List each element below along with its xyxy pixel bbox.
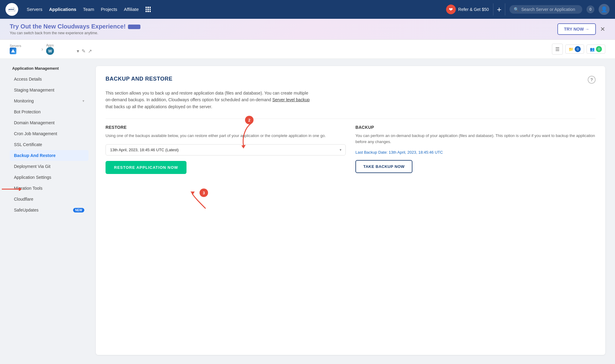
beta-banner-actions: TRY NOW → ✕ bbox=[557, 23, 605, 35]
sidebar-item-ssl[interactable]: SSL Certificate bbox=[10, 139, 89, 150]
sidebar-item-cron[interactable]: Cron Job Management bbox=[10, 128, 89, 139]
sidebar-item-monitoring[interactable]: Monitoring ▾ bbox=[10, 95, 89, 106]
files-count: 0 bbox=[575, 46, 581, 52]
restore-section: RESTORE Using one of the backups availab… bbox=[106, 125, 346, 174]
nav-team[interactable]: Team bbox=[83, 7, 94, 12]
logo-icon bbox=[5, 3, 18, 16]
sidebar-section-title: Application Management bbox=[10, 66, 89, 71]
app-edit-button[interactable]: ✎ bbox=[82, 48, 86, 54]
topnav-right: ❤ Refer & Get $50 + 🔍 Search Server or A… bbox=[446, 3, 610, 15]
users-count: 0 bbox=[596, 46, 602, 52]
sidebar-item-deployment[interactable]: Deployment Via Git bbox=[10, 161, 89, 172]
last-backup-date: Last Backup Date: 13th April, 2023, 18:4… bbox=[355, 150, 596, 155]
refer-button[interactable]: ❤ Refer & Get $50 bbox=[446, 5, 489, 14]
nav-servers[interactable]: Servers bbox=[27, 7, 42, 12]
server-name: servernam bbox=[18, 48, 38, 53]
sidebar-item-access-details[interactable]: Access Details bbox=[10, 74, 89, 85]
nav-grid[interactable] bbox=[146, 7, 151, 12]
restore-title: RESTORE bbox=[106, 125, 346, 130]
breadcrumb-right: ☰ 📁 0 👥 0 bbox=[552, 44, 605, 55]
breadcrumb-apps: Apps W appname ▾ ✎ ↗ bbox=[46, 43, 92, 55]
content-area: BACKUP AND RESTORE ? This section allows… bbox=[96, 66, 605, 355]
notification-badge[interactable]: 0 bbox=[586, 5, 594, 13]
top-navigation: Servers Applications Team Projects Affil… bbox=[0, 0, 615, 19]
sections-grid: RESTORE Using one of the backups availab… bbox=[106, 125, 596, 174]
sidebar-item-bot-protection[interactable]: Bot Protection bbox=[10, 106, 89, 117]
annotation-number-3: 3 bbox=[200, 189, 208, 197]
avatar-icon: 👤 bbox=[601, 6, 607, 13]
refer-label: Refer & Get $50 bbox=[458, 7, 489, 12]
app-name: appname bbox=[56, 48, 73, 53]
users-count-badge[interactable]: 👥 0 bbox=[586, 45, 605, 54]
page-title: BACKUP AND RESTORE bbox=[106, 76, 173, 82]
app-actions: ▾ ✎ ↗ bbox=[77, 48, 92, 54]
backup-select[interactable]: 13th April, 2023, 18:45:46 UTC (Latest) bbox=[106, 144, 346, 155]
banner-close-button[interactable]: ✕ bbox=[600, 25, 605, 33]
wordpress-icon: W bbox=[46, 47, 54, 55]
nav-affiliate[interactable]: Affiliate bbox=[124, 7, 139, 12]
add-button[interactable]: + bbox=[493, 3, 505, 15]
folder-icon: 📁 bbox=[569, 47, 573, 52]
beta-badge: BETA bbox=[128, 25, 140, 29]
annotation-3: 3 bbox=[200, 189, 208, 197]
sidebar-menu: Access Details Staging Management Monito… bbox=[10, 74, 89, 215]
svg-marker-7 bbox=[190, 192, 195, 195]
server-icon bbox=[10, 48, 16, 54]
backup-select-wrapper: 13th April, 2023, 18:45:46 UTC (Latest) bbox=[106, 144, 346, 155]
sidebar-item-cloudflare[interactable]: Cloudflare bbox=[10, 194, 89, 205]
breadcrumb-area: Servers servernam › Apps W appname ▾ ✎ ↗ bbox=[0, 40, 615, 59]
help-icon-button[interactable]: ? bbox=[588, 76, 596, 84]
sidebar-item-domain[interactable]: Domain Management bbox=[10, 117, 89, 128]
user-avatar-button[interactable]: 👤 bbox=[599, 4, 610, 15]
beta-banner-text: Try Out the New Cloudways Experience!BET… bbox=[10, 23, 140, 35]
new-badge: NEW bbox=[73, 208, 84, 212]
sidebar-item-migration[interactable]: Migration Tools bbox=[10, 183, 89, 194]
sidebar: Application Management Access Details St… bbox=[10, 66, 89, 355]
divider bbox=[106, 119, 596, 119]
logo[interactable] bbox=[5, 3, 18, 16]
backup-description: You can perform an on-demand backup of y… bbox=[355, 133, 596, 145]
app-external-link-button[interactable]: ↗ bbox=[88, 48, 92, 54]
server-level-backup-link[interactable]: Server level backup bbox=[272, 97, 310, 102]
sidebar-item-app-settings[interactable]: Application Settings bbox=[10, 172, 89, 183]
try-now-button[interactable]: TRY NOW → bbox=[557, 23, 596, 35]
sidebar-item-safeupdates[interactable]: SafeUpdates NEW bbox=[10, 205, 89, 215]
sidebar-item-backup[interactable]: Backup And Restore bbox=[10, 150, 89, 161]
svg-marker-4 bbox=[11, 49, 15, 52]
beta-banner-title: Try Out the New Cloudways Experience!BET… bbox=[10, 23, 140, 30]
monitor-button[interactable]: ☰ bbox=[552, 44, 563, 55]
app-item[interactable]: W appname ▾ ✎ ↗ bbox=[46, 47, 92, 55]
nav-links: Servers Applications Team Projects Affil… bbox=[27, 7, 151, 12]
nav-projects[interactable]: Projects bbox=[101, 7, 117, 12]
beta-subtitle: You can switch back from the new experie… bbox=[10, 31, 140, 35]
search-bar[interactable]: 🔍 Search Server or Application bbox=[509, 5, 582, 14]
restore-application-button[interactable]: RESTORE APPLICATION NOW bbox=[106, 161, 187, 174]
annotation-2: 2 bbox=[245, 116, 254, 124]
app-dropdown-button[interactable]: ▾ bbox=[77, 48, 79, 54]
users-icon: 👥 bbox=[590, 47, 595, 52]
breadcrumb-nav: Servers servernam › Apps W appname ▾ ✎ ↗ bbox=[10, 43, 92, 55]
take-backup-button[interactable]: TAKE BACKUP NOW bbox=[355, 160, 412, 173]
files-count-badge[interactable]: 📁 0 bbox=[565, 45, 584, 54]
breadcrumb-arrow-icon: › bbox=[41, 46, 43, 52]
server-item[interactable]: servernam bbox=[10, 48, 38, 54]
nav-applications[interactable]: Applications bbox=[49, 7, 76, 12]
annotation-number-2: 2 bbox=[245, 116, 254, 124]
breadcrumb-server: Servers servernam bbox=[10, 44, 38, 54]
search-icon: 🔍 bbox=[514, 7, 519, 12]
heart-icon: ❤ bbox=[446, 5, 456, 14]
backup-section: BACKUP You can perform an on-demand back… bbox=[355, 125, 596, 174]
search-placeholder: Search Server or Application bbox=[521, 7, 575, 12]
restore-description: Using one of the backups available below… bbox=[106, 133, 346, 139]
servers-label: Servers bbox=[10, 44, 38, 48]
backup-title: BACKUP bbox=[355, 125, 596, 130]
content-description: This section allows you to back up and r… bbox=[106, 90, 312, 110]
content-header: BACKUP AND RESTORE ? bbox=[106, 76, 596, 84]
chevron-down-icon: ▾ bbox=[82, 99, 84, 103]
main-layout: Application Management Access Details St… bbox=[0, 59, 615, 362]
sidebar-item-staging[interactable]: Staging Management bbox=[10, 85, 89, 95]
apps-label: Apps bbox=[46, 43, 92, 47]
beta-banner: Try Out the New Cloudways Experience!BET… bbox=[0, 19, 615, 40]
